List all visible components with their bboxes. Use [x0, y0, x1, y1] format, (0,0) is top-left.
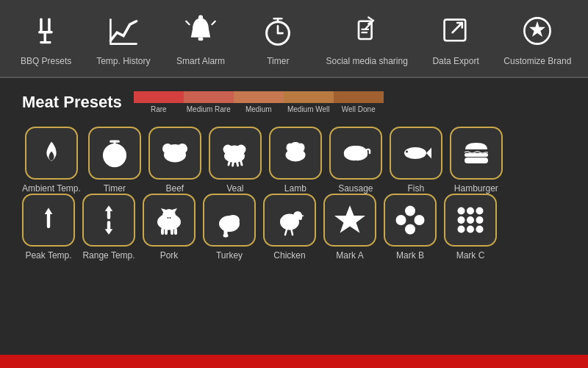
veal-cell[interactable]: Veal [209, 127, 262, 194]
svg-marker-55 [105, 229, 113, 234]
svg-line-21 [453, 23, 462, 32]
medium-rare-label: Medium Rare [187, 105, 231, 113]
svg-point-36 [227, 145, 242, 153]
timer-cell-icon [88, 127, 141, 180]
svg-point-58 [166, 216, 172, 220]
rare-label: Rare [151, 105, 167, 113]
medium-well-label: Medium Well [287, 105, 330, 113]
hamburger-icon [450, 127, 503, 180]
hamburger-cell[interactable]: Hamburger [450, 127, 503, 194]
fish-icon [390, 127, 442, 180]
svg-point-59 [168, 217, 169, 219]
pork-cell[interactable]: Pork [143, 194, 196, 261]
mark-b-icon [384, 194, 437, 247]
beef-cell[interactable]: Beef [148, 127, 201, 194]
sausage-label: Sausage [338, 183, 373, 194]
meat-row-2: Peak Temp. Range Temp. [22, 194, 566, 261]
social-media-label: Social media sharing [326, 56, 407, 68]
chicken-label: Chicken [273, 250, 305, 261]
svg-marker-51 [45, 208, 53, 214]
main-content: Meat Presets Rare Medium Rare Medium Med… [0, 78, 588, 268]
svg-rect-66 [174, 228, 177, 235]
nav-social-media[interactable]: Social media sharing [326, 12, 407, 68]
nav-bbq-presets[interactable]: BBQ Presets [17, 12, 76, 68]
svg-marker-78 [334, 205, 365, 233]
temp-history-icon [104, 12, 143, 50]
svg-line-37 [229, 160, 230, 165]
range-temp-cell[interactable]: Range Temp. [82, 194, 135, 261]
ambient-temp-label: Ambient Temp. [22, 183, 81, 194]
data-export-label: Data Export [432, 56, 478, 68]
sausage-icon [329, 127, 382, 180]
svg-point-70 [226, 215, 240, 225]
timer-icon [259, 12, 297, 50]
pork-label: Pork [160, 250, 179, 261]
range-temp-label: Range Temp. [82, 250, 135, 261]
mark-b-cell[interactable]: Mark B [384, 194, 437, 261]
svg-rect-65 [171, 228, 173, 235]
lamb-icon [269, 127, 322, 180]
presets-header: Meat Presets Rare Medium Rare Medium Med… [22, 91, 566, 113]
well-done-bar [334, 91, 384, 103]
mark-b-label: Mark B [396, 250, 424, 261]
nav-data-export[interactable]: Data Export [426, 12, 485, 68]
svg-line-76 [285, 230, 287, 235]
svg-point-81 [405, 224, 415, 234]
mark-a-cell[interactable]: Mark A [323, 194, 376, 261]
svg-point-32 [167, 144, 183, 153]
svg-rect-1 [48, 18, 51, 32]
svg-rect-63 [161, 228, 164, 235]
beef-icon [148, 127, 201, 180]
peak-temp-label: Peak Temp. [25, 250, 71, 261]
fish-cell[interactable]: Fish [390, 127, 442, 194]
customize-brand-label: Customize Brand [503, 56, 571, 68]
turkey-icon [203, 194, 256, 247]
svg-line-40 [240, 160, 242, 165]
lamb-cell[interactable]: Lamb [269, 127, 322, 194]
mark-c-cell[interactable]: Mark C [444, 194, 497, 261]
timer-cell[interactable]: Timer [88, 127, 141, 194]
svg-point-74 [299, 216, 302, 220]
medium-well-bar [284, 91, 334, 103]
fish-label: Fish [407, 183, 424, 194]
svg-point-87 [467, 216, 474, 224]
medium-rare-bar [184, 91, 234, 103]
presets-title: Meat Presets [22, 93, 122, 112]
svg-point-83 [458, 207, 465, 214]
svg-marker-53 [105, 205, 113, 210]
peak-temp-cell[interactable]: Peak Temp. [22, 194, 75, 261]
range-temp-icon [82, 194, 135, 247]
temp-history-label: Temp. History [96, 56, 150, 68]
customize-brand-icon [518, 12, 556, 50]
svg-point-91 [476, 225, 484, 233]
svg-point-90 [467, 225, 474, 233]
svg-line-38 [232, 161, 233, 166]
veal-label: Veal [226, 183, 243, 194]
svg-point-45 [291, 142, 300, 149]
bottom-bar [0, 355, 588, 368]
nav-temp-history[interactable]: Temp. History [94, 12, 153, 68]
nav-customize-brand[interactable]: Customize Brand [503, 12, 571, 68]
mark-a-icon [323, 194, 376, 247]
svg-point-89 [458, 225, 465, 233]
mark-c-icon [444, 194, 497, 247]
timer-label: Timer [267, 56, 289, 68]
svg-rect-7 [198, 38, 204, 40]
lamb-label: Lamb [284, 183, 306, 194]
meat-row-1: Ambient Temp. Timer [22, 127, 566, 194]
svg-point-82 [396, 215, 406, 225]
medium-label: Medium [245, 105, 272, 113]
svg-line-10 [212, 21, 215, 24]
chicken-icon [263, 194, 316, 247]
doneness-medium-rare: Medium Rare [184, 91, 234, 113]
peak-temp-icon [22, 194, 75, 247]
svg-point-86 [458, 216, 465, 224]
nav-timer[interactable]: Timer [248, 12, 307, 68]
chicken-cell[interactable]: Chicken [263, 194, 316, 261]
ambient-temp-cell[interactable]: Ambient Temp. [22, 127, 81, 194]
sausage-cell[interactable]: Sausage [329, 127, 382, 194]
turkey-cell[interactable]: Turkey [203, 194, 256, 261]
svg-marker-23 [529, 21, 545, 37]
nav-smart-alarm[interactable]: Smart Alarm [171, 12, 230, 68]
hamburger-label: Hamburger [454, 183, 498, 194]
